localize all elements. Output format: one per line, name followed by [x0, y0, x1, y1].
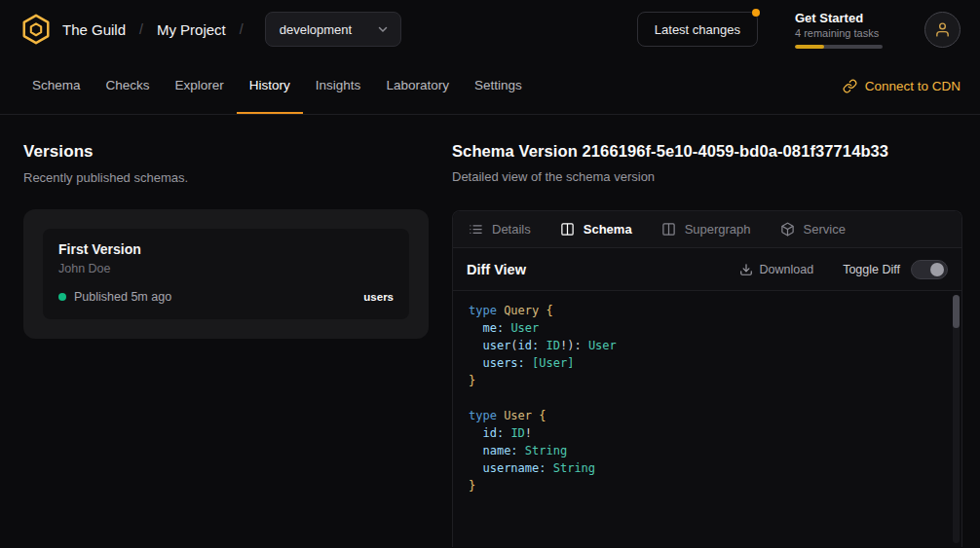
notification-dot [752, 9, 760, 17]
toggle-diff-group: Toggle Diff [843, 260, 948, 279]
tab-history[interactable]: History [237, 58, 303, 114]
code-viewer: type Query { me: User user(id: ID!): Use… [453, 291, 961, 547]
version-meta-row: Published 5m ago users [58, 290, 394, 304]
detail-tabs: DetailsSchemaSupergraphService [453, 211, 961, 248]
org-name[interactable]: The Guild [62, 21, 126, 38]
get-started-title: Get Started [795, 11, 887, 25]
version-detail-column: Schema Version 2166196f-5e10-4059-bd0a-0… [452, 142, 962, 547]
toggle-diff-switch[interactable] [911, 260, 948, 279]
tab-laboratory[interactable]: Laboratory [373, 58, 462, 114]
code-scrollbar-thumb[interactable] [953, 295, 960, 328]
target-selector[interactable]: development [265, 12, 401, 47]
columns-icon [560, 222, 575, 237]
get-started-widget[interactable]: Get Started 4 remaining tasks [795, 11, 887, 49]
version-name: First Version [58, 241, 394, 257]
versions-column: Versions Recently published schemas. Fir… [23, 142, 429, 547]
detail-tab-service[interactable]: Service [780, 222, 846, 237]
cdn-label: Connect to CDN [865, 79, 961, 93]
connect-to-cdn-link[interactable]: Connect to CDN [843, 58, 961, 114]
toggle-knob [930, 263, 944, 276]
schema-version-title: Schema Version 2166196f-5e10-4059-bd0a-0… [452, 142, 962, 161]
main-content: Versions Recently published schemas. Fir… [0, 115, 980, 547]
tab-checks[interactable]: Checks [94, 58, 163, 114]
target-selector-value: development [280, 22, 352, 37]
detail-tab-schema[interactable]: Schema [560, 222, 632, 237]
detail-tab-details[interactable]: Details [469, 222, 531, 237]
code-scrollbar[interactable] [953, 295, 960, 543]
top-bar: The Guild / My Project / development Lat… [0, 0, 980, 58]
download-icon [739, 263, 753, 276]
download-label: Download [760, 263, 814, 276]
detail-tab-label: Supergraph [685, 222, 751, 237]
tab-insights[interactable]: Insights [303, 58, 374, 114]
project-name[interactable]: My Project [157, 21, 226, 38]
version-status: Published 5m ago [74, 290, 171, 304]
schema-version-panel: DetailsSchemaSupergraphService Diff View… [452, 210, 962, 547]
breadcrumb: The Guild / My Project / development [19, 12, 401, 47]
latest-changes-button[interactable]: Latest changes [637, 12, 758, 47]
tab-settings[interactable]: Settings [462, 58, 535, 114]
user-icon [934, 21, 951, 38]
breadcrumb-separator: / [236, 21, 247, 37]
box-icon [780, 222, 795, 237]
schema-version-subtitle: Detailed view of the schema version [452, 169, 962, 184]
detail-tab-label: Service [804, 222, 846, 237]
service-name-badge: users [363, 291, 394, 303]
version-author: John Doe [58, 262, 394, 275]
chevron-down-icon [377, 23, 389, 35]
download-button[interactable]: Download [739, 263, 814, 276]
detail-tab-supergraph[interactable]: Supergraph [661, 222, 751, 237]
latest-changes-label: Latest changes [655, 22, 740, 37]
detail-tab-label: Schema [584, 222, 632, 237]
columns-icon [661, 222, 676, 237]
schema-sdl-code[interactable]: type Query { me: User user(id: ID!): Use… [453, 291, 961, 505]
toggle-diff-label: Toggle Diff [843, 263, 900, 276]
diff-actions: Download Toggle Diff [739, 260, 948, 279]
link-icon [843, 79, 857, 93]
top-bar-actions: Latest changes Get Started 4 remaining t… [637, 11, 961, 49]
published-dot [58, 293, 66, 301]
get-started-subtitle: 4 remaining tasks [795, 27, 887, 39]
diff-view-title: Diff View [467, 262, 526, 277]
tab-explorer[interactable]: Explorer [163, 58, 237, 114]
list-icon [469, 222, 483, 237]
detail-tab-label: Details [492, 222, 531, 237]
hive-logo-icon[interactable] [19, 13, 53, 46]
tab-schema[interactable]: Schema [19, 58, 94, 114]
versions-panel: First Version John Doe Published 5m ago … [23, 209, 429, 339]
breadcrumb-separator: / [135, 21, 147, 37]
version-list-item[interactable]: First Version John Doe Published 5m ago … [43, 229, 409, 319]
progress-fill [795, 45, 824, 49]
primary-nav: SchemaChecksExplorerHistoryInsightsLabor… [0, 58, 980, 115]
diff-view-header: Diff View Download Toggle Diff [453, 248, 961, 291]
versions-title: Versions [23, 142, 429, 162]
get-started-progress [795, 45, 883, 49]
avatar[interactable] [924, 12, 961, 48]
versions-subtitle: Recently published schemas. [23, 170, 429, 185]
